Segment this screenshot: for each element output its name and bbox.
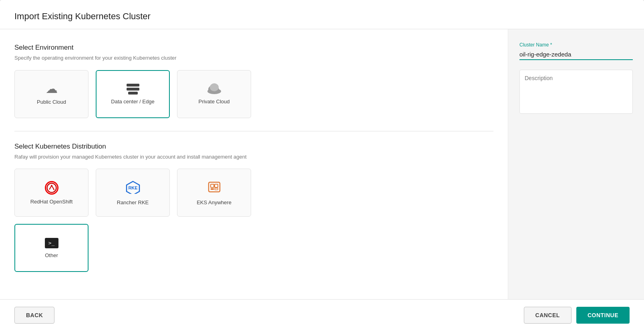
data-center-icon [127,84,139,95]
distribution-section-desc: Rafay will provision your managed Kubern… [14,153,493,161]
env-card-public-cloud-label: Public Cloud [37,99,66,105]
env-card-data-center-label: Data center / Edge [111,99,154,105]
svg-rect-10 [215,184,218,187]
terminal-icon [45,238,58,248]
environment-section-desc: Specify the operating environment for yo… [14,54,493,62]
env-card-private-cloud-label: Private Cloud [198,99,229,105]
modal-footer: BACK CANCEL CONTINUE [0,299,644,324]
distribution-cards: RedHat OpenShift RKE Rancher RKE [14,169,493,217]
svg-rect-9 [211,184,214,187]
eks-anywhere-icon [207,180,222,195]
env-card-public-cloud[interactable]: Public Cloud [14,70,89,118]
modal-title: Import Existing Kubernetes Cluster [14,11,630,22]
svg-text:RKE: RKE [128,185,137,190]
distribution-cards-row2: Other [14,224,493,272]
dist-card-eks[interactable]: EKS Anywhere [177,169,251,217]
cluster-name-label: Cluster Name * [519,42,633,48]
section-divider [14,131,493,131]
modal-left-panel: Select Environment Specify the operating… [0,29,508,299]
public-cloud-icon [46,83,58,95]
environment-cards: Public Cloud Data center / Edge [14,70,493,118]
modal-body: Select Environment Specify the operating… [0,29,644,299]
cancel-button[interactable]: CANCEL [524,307,572,324]
footer-right-buttons: CANCEL CONTINUE [524,307,630,324]
env-card-data-center[interactable]: Data center / Edge [96,70,170,118]
dist-card-openshift[interactable]: RedHat OpenShift [14,169,89,217]
dist-card-openshift-label: RedHat OpenShift [30,199,73,205]
private-cloud-icon [207,83,221,95]
svg-rect-12 [215,188,218,190]
svg-point-5 [51,185,52,186]
modal-header: Import Existing Kubernetes Cluster [0,0,644,29]
dist-card-other-label: Other [45,252,58,258]
dist-card-rancher-rke[interactable]: RKE Rancher RKE [96,169,170,217]
environment-section: Select Environment Specify the operating… [14,44,493,118]
distribution-section-title: Select Kubernetes Distribution [14,143,493,151]
dist-card-other[interactable]: Other [14,224,89,272]
back-button[interactable]: BACK [14,307,54,324]
env-card-private-cloud[interactable]: Private Cloud [177,70,251,118]
openshift-icon [45,181,58,195]
distribution-section: Select Kubernetes Distribution Rafay wil… [14,143,493,272]
dist-card-eks-label: EKS Anywhere [197,199,231,205]
environment-section-title: Select Environment [14,44,493,52]
import-cluster-modal: Import Existing Kubernetes Cluster Selec… [0,0,644,324]
svg-rect-11 [211,188,214,190]
cluster-name-input[interactable] [519,49,633,60]
rancher-rke-icon: RKE [125,180,141,195]
svg-point-3 [210,83,219,91]
description-textarea[interactable] [519,70,633,114]
svg-point-4 [47,183,56,192]
dist-card-rancher-rke-label: Rancher RKE [117,199,149,205]
continue-button[interactable]: CONTINUE [576,307,630,324]
modal-right-panel: Cluster Name * [508,29,644,299]
